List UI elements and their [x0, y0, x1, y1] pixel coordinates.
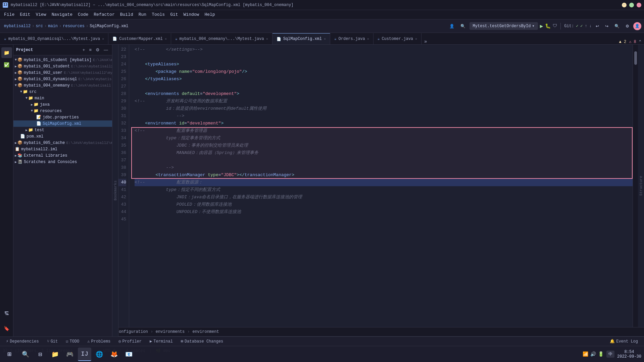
menu-code[interactable]: Code [75, 11, 91, 18]
menu-run[interactable]: Run [136, 11, 149, 18]
tab-more[interactable]: » [422, 39, 430, 44]
avatar[interactable]: 👤 [633, 22, 641, 30]
tree-item-mybatis005[interactable]: ▶ 📦 mybatis_005_cache E:\JAVA\mybatisall… [13, 140, 112, 146]
menu-view[interactable]: View [33, 11, 49, 18]
menu-edit[interactable]: Edit [17, 11, 33, 18]
run-config-selector[interactable]: Mytest.testGetOrdersById ▾ [469, 22, 538, 30]
start-button[interactable]: ⊞ [3, 348, 16, 361]
bc-configuration[interactable]: configuration [116, 329, 148, 334]
bc-environment[interactable]: environment [192, 329, 219, 334]
breadcrumb-src[interactable]: src [36, 24, 43, 29]
tree-item-src[interactable]: ▼ 📁 src [13, 89, 112, 95]
breadcrumb-root[interactable]: mybatisall2 [4, 24, 31, 29]
taskbar-taskview[interactable]: ⊟ [34, 348, 47, 361]
undo-button[interactable]: ↩ [594, 21, 601, 31]
tool-git[interactable]: ⑂ Git [44, 339, 61, 345]
menu-build[interactable]: Build [117, 11, 136, 18]
search-button[interactable]: 🔍 [458, 21, 467, 31]
tab-4[interactable]: ☕ Orders.java ✕ [330, 33, 374, 44]
taskbar-app-1[interactable]: 🎮 [63, 348, 77, 361]
tab-4-close[interactable]: ✕ [367, 37, 369, 41]
tree-item-scratches[interactable]: ▶ 📓 Scratches and Consoles [13, 159, 112, 165]
tab-3-close[interactable]: ✕ [324, 37, 326, 41]
menu-navigate[interactable]: Navigate [49, 11, 75, 18]
taskbar-clock[interactable]: 8:54 2022-09-30 [617, 350, 641, 359]
menu-git[interactable]: Git [167, 11, 181, 18]
breadcrumb-main[interactable]: main [48, 24, 58, 29]
window-controls[interactable]: ─ □ ✕ [622, 3, 641, 7]
vcs-button[interactable]: 👤 [447, 21, 456, 31]
tab-3[interactable]: 📄 SqlMapConfig.xml ✕ [273, 33, 330, 44]
debug-button[interactable]: 🐛 [545, 23, 551, 29]
warning-badge[interactable]: ▲ 2 [619, 40, 627, 44]
tab-2[interactable]: ☕ mybatis_004_onemany\...\Mytest.java ✕ [171, 33, 273, 44]
scrollbar-thumb[interactable] [634, 51, 637, 65]
structure-label[interactable]: Structure [639, 176, 643, 196]
taskbar-firefox[interactable]: 🦊 [107, 348, 121, 361]
taskbar-search[interactable]: 🔍 [19, 348, 32, 361]
tab-2-close[interactable]: ✕ [266, 37, 268, 41]
menu-file[interactable]: File [1, 11, 17, 18]
tab-1-close[interactable]: ✕ [165, 37, 167, 41]
tree-item-test[interactable]: ▶ 📁 test [13, 127, 112, 133]
breadcrumb-resources[interactable]: resources [63, 24, 85, 29]
tab-0[interactable]: ☕ mybatis_003_dynamicsql\...\Mytest.java… [0, 33, 108, 44]
minimize-button[interactable]: ─ [622, 3, 627, 7]
run-button[interactable]: ▶ [540, 23, 543, 30]
close-button[interactable]: ✕ [637, 3, 641, 7]
sort-button[interactable]: ≡ [88, 47, 93, 53]
tab-5-close[interactable]: ✕ [415, 37, 417, 41]
sidebar-icon-project[interactable]: 📁 [1, 47, 12, 58]
breadcrumb-file[interactable]: SqlMapConfig.xml [90, 24, 128, 29]
taskbar-edge[interactable]: 🌐 [93, 348, 106, 361]
sidebar-icon-structure[interactable]: 🏗 [1, 308, 12, 319]
expand-icon[interactable]: ⌃ [639, 39, 641, 44]
maximize-button[interactable]: □ [629, 3, 634, 7]
add-item-button[interactable]: + [81, 47, 87, 53]
tree-item-mybatis002[interactable]: ▶ 📦 mybatis_002_user E:\JAVA\mybatisall2… [13, 69, 112, 76]
menu-tools[interactable]: Tools [149, 11, 167, 18]
tree-item-java[interactable]: ▶ 📁 java [13, 101, 112, 108]
tool-problems[interactable]: ⚠ Problems [84, 338, 114, 345]
menu-refactor[interactable]: Refactor [91, 11, 117, 18]
coverage-button[interactable]: 🛡 [553, 23, 557, 29]
tab-1[interactable]: 📄 CustomerMapper.xml ✕ [108, 33, 171, 44]
tree-item-pomxml[interactable]: 📄 pom.xml [13, 133, 112, 140]
menu-help[interactable]: Help [202, 11, 217, 18]
tree-item-iml[interactable]: 📋 mybatisall2.iml [13, 146, 112, 152]
find-button[interactable]: 🔍 [612, 21, 622, 31]
taskbar-intellij[interactable]: IJ [78, 348, 91, 361]
tree-item-mybatis001[interactable]: ▶ 📦 mybatis_001_student E:\JAVA\mybatisa… [13, 63, 112, 69]
language-indicator[interactable]: 中 [606, 351, 614, 358]
error-badge[interactable]: ⚠ 8 [629, 39, 636, 44]
tree-item-resources[interactable]: ▼ 📁 resources [13, 108, 112, 114]
taskbar-explorer[interactable]: 📁 [48, 348, 62, 361]
sidebar-icon-commit[interactable]: ✅ [1, 59, 12, 70]
tree-item-mybatis01[interactable]: ▼ 📦 mybatis_01_student [mybatis] E:\JAVA… [13, 57, 112, 63]
tool-dependencies[interactable]: ⚡ Dependencies [3, 338, 42, 345]
bookmarks-label[interactable]: Bookmarks [113, 180, 117, 200]
tree-item-sqlmapconfig[interactable]: 📄 SqlMapConfig.xml [13, 120, 112, 127]
tree-item-mybatis004[interactable]: ▼ 📦 mybatis_004_onemany E:\JAVA\mybatisa… [13, 82, 112, 89]
settings-button[interactable]: ⚙ [624, 21, 631, 31]
menu-window[interactable]: Window [181, 11, 202, 18]
tab-5[interactable]: ☕ Customer.java ✕ [374, 33, 422, 44]
sidebar-icon-bookmarks[interactable]: 🔖 [1, 323, 12, 334]
tool-profiler[interactable]: ◎ Profiler [115, 338, 145, 345]
tool-terminal[interactable]: ▶ Terminal [146, 338, 176, 345]
code-area[interactable]: <!-- </settings>--> < typeAliases > < [129, 45, 633, 327]
taskbar-app-2[interactable]: 📧 [122, 348, 136, 361]
tab-0-close[interactable]: ✕ [102, 37, 104, 41]
tool-db-changes[interactable]: ⊞ Database Changes [178, 338, 227, 345]
settings-button[interactable]: ⚙ [94, 47, 101, 53]
redo-button[interactable]: ↪ [603, 21, 610, 31]
collapse-button[interactable]: — [102, 47, 109, 53]
tree-item-main[interactable]: ▼ 📁 main [13, 95, 112, 101]
bc-environments[interactable]: environments [156, 329, 185, 334]
tree-item-ext-libs[interactable]: ▶ 📚 External Libraries [13, 152, 112, 159]
tree-item-mybatis003[interactable]: ▶ 📦 mybatis_003_dynamicsql E:\JAVA\mybat… [13, 76, 112, 82]
code-content[interactable]: 22 23 24 25 26 27 28 29 30 31 32 33 34 3… [112, 45, 644, 327]
tree-item-jdbc[interactable]: 📝 jdbc.properties [13, 114, 112, 120]
event-log-button[interactable]: 🔔 Event Log [606, 338, 641, 345]
tool-todo[interactable]: ☑ TODO [62, 338, 83, 345]
